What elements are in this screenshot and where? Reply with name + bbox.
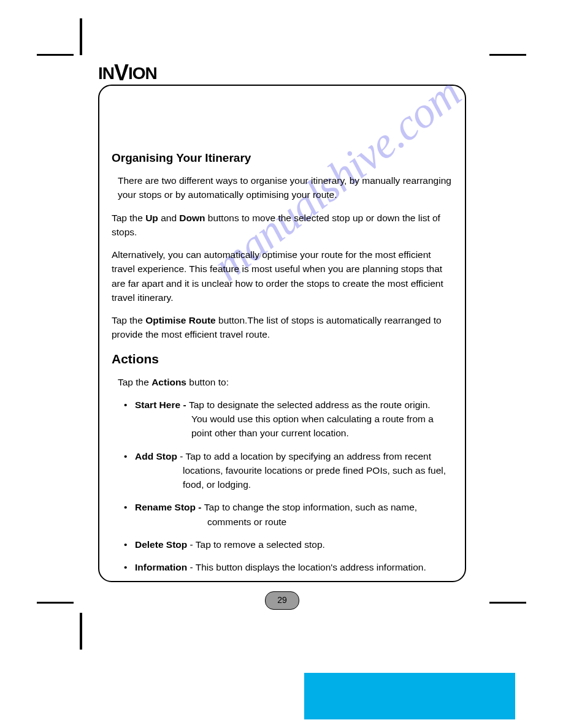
heading-actions: Actions <box>112 352 453 366</box>
action-label-add-stop: Add Stop <box>135 451 177 461</box>
brand-pre: IN <box>98 64 114 83</box>
brand-post: ION <box>128 64 157 83</box>
para-intro: There are two different ways to organise… <box>118 173 453 202</box>
list-item: • Start Here - Tap to designate the sele… <box>124 398 453 441</box>
crop-mark <box>37 54 74 56</box>
content-card: manualshive.com Organising Your Itinerar… <box>98 85 466 582</box>
crop-mark <box>80 18 82 55</box>
para-optimise: Tap the Optimise Route button.The list o… <box>112 313 453 342</box>
action-label-rename-stop: Rename Stop - <box>135 502 204 512</box>
bullet-icon: • <box>124 449 135 492</box>
bold-optimise-route: Optimise Route <box>145 315 216 325</box>
crop-mark <box>489 602 526 604</box>
ad-placeholder <box>304 673 515 719</box>
bullet-icon: • <box>124 500 135 529</box>
bold-up: Up <box>145 213 158 223</box>
page-number-badge: 29 <box>265 591 299 610</box>
bullet-icon: • <box>124 560 135 574</box>
para-tap-actions: Tap the Actions button to: <box>118 375 453 389</box>
list-item: • Rename Stop - Tap to change the stop i… <box>124 500 453 529</box>
para-updown: Tap the Up and Down buttons to move the … <box>112 211 453 240</box>
bullet-icon: • <box>124 398 135 441</box>
action-label-start-here: Start Here - <box>135 400 189 410</box>
crop-mark <box>80 613 82 650</box>
bullet-icon: • <box>124 537 135 552</box>
brand-big: V <box>114 60 128 85</box>
crop-mark <box>489 54 526 56</box>
manual-page: INVION manualshive.com Organising Your I… <box>0 0 563 728</box>
bold-actions: Actions <box>151 377 186 387</box>
brand-logo: INVION <box>98 60 157 86</box>
list-item: • Information - This button displays the… <box>124 560 453 574</box>
list-item: • Delete Stop - Tap to remove a selected… <box>124 537 453 552</box>
heading-organising: Organising Your Itinerary <box>112 151 453 165</box>
crop-mark <box>37 602 74 604</box>
para-alt: Alternatively, you can automatically opt… <box>112 248 453 305</box>
actions-list: • Start Here - Tap to designate the sele… <box>124 398 453 575</box>
list-item: • Add Stop - Tap to add a location by sp… <box>124 449 453 492</box>
bold-down: Down <box>179 213 205 223</box>
action-label-delete-stop: Delete Stop <box>135 539 187 550</box>
action-label-information: Information <box>135 562 187 572</box>
